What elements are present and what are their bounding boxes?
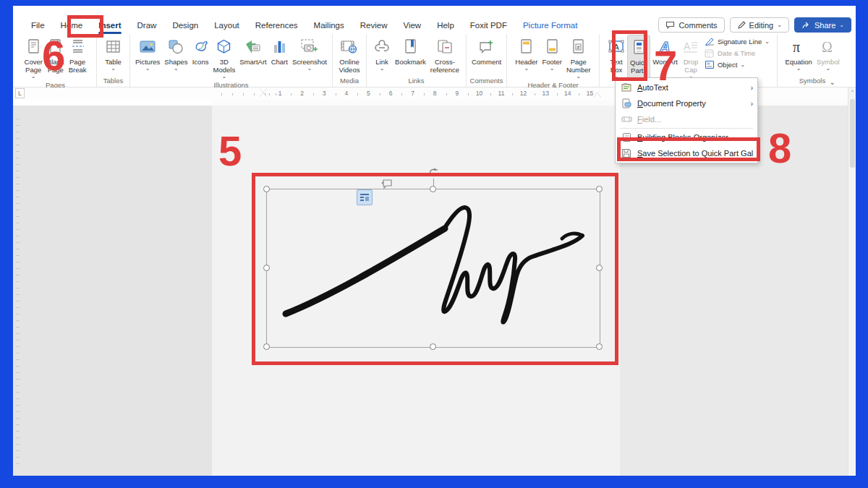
right-indent-marker[interactable]	[594, 93, 601, 98]
chart-button[interactable]: Chart	[269, 35, 290, 66]
pictures-button[interactable]: Pictures⌄	[133, 35, 162, 72]
resize-handle[interactable]	[430, 186, 436, 192]
tab-mailings[interactable]: Mailings	[306, 18, 352, 33]
tab-stop-selector[interactable]: L	[15, 88, 25, 98]
tab-layout[interactable]: Layout	[206, 18, 247, 33]
annotation-step-5: 5	[218, 130, 241, 172]
icons-button[interactable]: Icons	[190, 35, 211, 66]
chevron-down-icon: ⌄	[777, 22, 782, 28]
editing-button[interactable]: Editing ⌄	[730, 17, 789, 33]
ruler-tick	[243, 93, 244, 95]
resize-handle[interactable]	[263, 343, 270, 350]
online-videos-button[interactable]: Online Videos	[337, 35, 362, 74]
menu-separator	[620, 128, 753, 129]
object-anchor-icon	[380, 179, 393, 192]
footer-button[interactable]: Footer⌄	[540, 35, 563, 72]
scroll-up-arrow-icon[interactable]: ⌃	[849, 90, 856, 95]
drop-cap-button: ADrop Cap⌄	[680, 35, 702, 80]
button-label: Page Number	[566, 58, 591, 74]
share-button[interactable]: Share ⌄	[794, 17, 851, 33]
ruler-number: 5	[367, 90, 370, 97]
signature-line-icon	[705, 37, 715, 46]
tab-home[interactable]: Home	[53, 18, 91, 33]
layout-options-button[interactable]	[357, 189, 373, 205]
page-break-icon	[69, 38, 86, 55]
comment-button[interactable]: Comment	[469, 35, 503, 66]
chevron-down-icon: ⌄	[524, 66, 529, 72]
indent-markers[interactable]	[260, 88, 267, 99]
comments-button[interactable]: Comments	[658, 17, 724, 33]
tab-help[interactable]: Help	[429, 18, 462, 33]
resize-handle[interactable]	[596, 343, 603, 350]
screenshot-button[interactable]: Screenshot⌄	[290, 35, 329, 72]
ruler-tick	[269, 93, 270, 95]
chevron-down-icon: ⌄	[550, 66, 555, 72]
button-label: SmartArt	[239, 58, 266, 66]
table-button[interactable]: Table⌄	[103, 35, 124, 72]
bookmark-button[interactable]: Bookmark	[393, 35, 428, 66]
resize-handle[interactable]	[263, 186, 270, 192]
button-label: Cross- reference	[430, 58, 459, 74]
button-label: Cover Page	[25, 58, 43, 74]
tab-foxit-pdf[interactable]: Foxit PDF	[462, 18, 515, 33]
signature-line-button[interactable]: Signature Line⌄	[705, 37, 770, 46]
group-label: Tables	[98, 75, 129, 87]
menu-item-document-property[interactable]: Document Property›	[616, 95, 757, 111]
3d-models-button[interactable]: 3D Models⌄	[211, 35, 238, 80]
smartart-button[interactable]: SmartArt	[237, 35, 268, 66]
object-icon	[705, 60, 715, 69]
menu-item-building-blocks-organizer[interactable]: Building Blocks Organizer...	[616, 129, 757, 145]
comment-icon	[477, 38, 495, 55]
annotation-step-7: 7	[654, 45, 676, 87]
page-number-button[interactable]: #Page Number⌄	[564, 35, 593, 80]
ribbon-group-comments: CommentComments	[467, 34, 507, 87]
tab-picture-format[interactable]: Picture Format	[515, 18, 585, 33]
ribbon-collapse-chevron-icon[interactable]: ⌄	[830, 78, 835, 86]
tab-insert[interactable]: Insert	[90, 18, 129, 33]
equation-button[interactable]: πEquation⌄	[783, 35, 814, 72]
tab-design[interactable]: Design	[164, 18, 206, 33]
button-label: Online Videos	[339, 58, 360, 74]
tab-draw[interactable]: Draw	[129, 18, 165, 33]
field-icon	[621, 115, 632, 124]
ruler-number: 6	[389, 90, 393, 97]
signature-image-selection[interactable]	[266, 189, 600, 348]
tab-file[interactable]: File	[23, 18, 53, 33]
symbol-button: ΩSymbol⌄	[814, 35, 842, 72]
chevron-down-icon: ⌄	[825, 66, 830, 72]
ruler-number: 3	[323, 90, 326, 97]
cross-reference-button[interactable]: Cross- reference	[428, 35, 461, 74]
text-box-button[interactable]: AText Box⌄	[605, 35, 627, 80]
resize-handle[interactable]	[263, 265, 270, 271]
header-button[interactable]: Header⌄	[513, 35, 540, 72]
button-label: Text Box	[610, 58, 622, 74]
signature-image[interactable]	[267, 189, 601, 348]
smartart-icon	[244, 38, 262, 55]
scrollbar-thumb[interactable]	[850, 99, 855, 168]
resize-handle[interactable]	[430, 343, 436, 350]
shapes-button[interactable]: Shapes⌄	[162, 35, 190, 72]
3d-models-icon	[216, 38, 232, 55]
tab-references[interactable]: References	[247, 18, 306, 33]
chevron-down-icon: ⌄	[380, 66, 385, 72]
page-number-icon: #	[570, 38, 587, 55]
annotation-step-6: 6	[42, 35, 64, 77]
menu-item-autotext[interactable]: AutoText›	[616, 80, 757, 95]
ribbon-group-header-footer: Header⌄Footer⌄#Page Number⌄Header & Foot…	[507, 34, 600, 87]
comment-icon	[665, 21, 675, 30]
menu-item-save-selection-to-quick-part-gallery[interactable]: Save Selection to Quick Part Gallery...	[616, 145, 757, 161]
page-break-button[interactable]: Page Break	[67, 35, 89, 74]
resize-handle[interactable]	[596, 186, 603, 192]
resize-handle[interactable]	[596, 265, 603, 271]
rotate-handle-icon[interactable]	[427, 167, 439, 181]
ruler-number: 12	[520, 90, 527, 97]
ruler-tick	[254, 93, 255, 95]
quick-parts-button[interactable]: Quick Parts⌄	[627, 35, 650, 81]
pictures-icon	[139, 38, 156, 55]
link-button[interactable]: Link⌄	[371, 35, 393, 72]
tab-review[interactable]: Review	[352, 18, 396, 33]
tab-view[interactable]: View	[395, 18, 429, 33]
object-button[interactable]: Object⌄	[705, 60, 770, 69]
top-actions: Comments Editing ⌄ Share ⌄	[658, 17, 851, 33]
vertical-scrollbar[interactable]: ⌃	[848, 87, 856, 476]
